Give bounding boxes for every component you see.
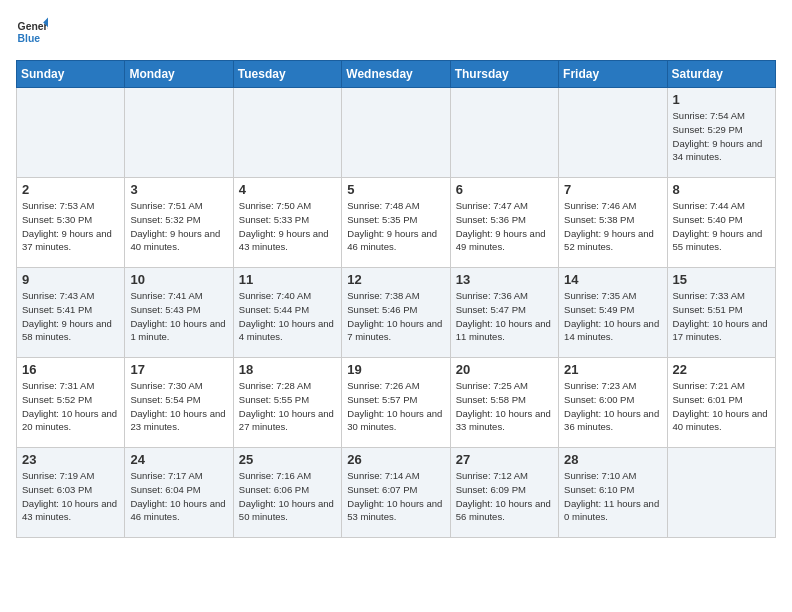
day-info: Sunrise: 7:26 AM Sunset: 5:57 PM Dayligh… xyxy=(347,379,444,434)
calendar-cell: 19Sunrise: 7:26 AM Sunset: 5:57 PM Dayli… xyxy=(342,358,450,448)
day-number: 16 xyxy=(22,362,119,377)
day-number: 18 xyxy=(239,362,336,377)
day-info: Sunrise: 7:46 AM Sunset: 5:38 PM Dayligh… xyxy=(564,199,661,254)
calendar-cell: 1Sunrise: 7:54 AM Sunset: 5:29 PM Daylig… xyxy=(667,88,775,178)
calendar-cell: 15Sunrise: 7:33 AM Sunset: 5:51 PM Dayli… xyxy=(667,268,775,358)
day-number: 25 xyxy=(239,452,336,467)
calendar-cell: 5Sunrise: 7:48 AM Sunset: 5:35 PM Daylig… xyxy=(342,178,450,268)
calendar-cell: 21Sunrise: 7:23 AM Sunset: 6:00 PM Dayli… xyxy=(559,358,667,448)
day-number: 24 xyxy=(130,452,227,467)
day-number: 4 xyxy=(239,182,336,197)
day-number: 28 xyxy=(564,452,661,467)
day-info: Sunrise: 7:41 AM Sunset: 5:43 PM Dayligh… xyxy=(130,289,227,344)
calendar-cell: 24Sunrise: 7:17 AM Sunset: 6:04 PM Dayli… xyxy=(125,448,233,538)
day-info: Sunrise: 7:43 AM Sunset: 5:41 PM Dayligh… xyxy=(22,289,119,344)
day-number: 27 xyxy=(456,452,553,467)
day-info: Sunrise: 7:25 AM Sunset: 5:58 PM Dayligh… xyxy=(456,379,553,434)
day-info: Sunrise: 7:35 AM Sunset: 5:49 PM Dayligh… xyxy=(564,289,661,344)
calendar-cell: 10Sunrise: 7:41 AM Sunset: 5:43 PM Dayli… xyxy=(125,268,233,358)
calendar-cell: 9Sunrise: 7:43 AM Sunset: 5:41 PM Daylig… xyxy=(17,268,125,358)
day-info: Sunrise: 7:53 AM Sunset: 5:30 PM Dayligh… xyxy=(22,199,119,254)
day-number: 6 xyxy=(456,182,553,197)
calendar-cell xyxy=(17,88,125,178)
day-info: Sunrise: 7:47 AM Sunset: 5:36 PM Dayligh… xyxy=(456,199,553,254)
day-info: Sunrise: 7:44 AM Sunset: 5:40 PM Dayligh… xyxy=(673,199,770,254)
day-number: 23 xyxy=(22,452,119,467)
day-info: Sunrise: 7:14 AM Sunset: 6:07 PM Dayligh… xyxy=(347,469,444,524)
day-number: 26 xyxy=(347,452,444,467)
day-number: 10 xyxy=(130,272,227,287)
calendar-cell xyxy=(559,88,667,178)
day-number: 20 xyxy=(456,362,553,377)
day-number: 3 xyxy=(130,182,227,197)
calendar-cell xyxy=(667,448,775,538)
day-number: 19 xyxy=(347,362,444,377)
day-number: 7 xyxy=(564,182,661,197)
calendar-cell: 26Sunrise: 7:14 AM Sunset: 6:07 PM Dayli… xyxy=(342,448,450,538)
weekday-header-monday: Monday xyxy=(125,61,233,88)
weekday-header-friday: Friday xyxy=(559,61,667,88)
day-info: Sunrise: 7:50 AM Sunset: 5:33 PM Dayligh… xyxy=(239,199,336,254)
day-info: Sunrise: 7:19 AM Sunset: 6:03 PM Dayligh… xyxy=(22,469,119,524)
weekday-header-wednesday: Wednesday xyxy=(342,61,450,88)
calendar-cell: 16Sunrise: 7:31 AM Sunset: 5:52 PM Dayli… xyxy=(17,358,125,448)
calendar-cell: 17Sunrise: 7:30 AM Sunset: 5:54 PM Dayli… xyxy=(125,358,233,448)
logo: General Blue xyxy=(16,16,52,48)
day-info: Sunrise: 7:17 AM Sunset: 6:04 PM Dayligh… xyxy=(130,469,227,524)
weekday-header-sunday: Sunday xyxy=(17,61,125,88)
calendar-cell xyxy=(450,88,558,178)
calendar-cell: 18Sunrise: 7:28 AM Sunset: 5:55 PM Dayli… xyxy=(233,358,341,448)
day-number: 9 xyxy=(22,272,119,287)
logo-icon: General Blue xyxy=(16,16,48,48)
day-info: Sunrise: 7:16 AM Sunset: 6:06 PM Dayligh… xyxy=(239,469,336,524)
day-number: 21 xyxy=(564,362,661,377)
weekday-header-thursday: Thursday xyxy=(450,61,558,88)
day-number: 14 xyxy=(564,272,661,287)
day-info: Sunrise: 7:12 AM Sunset: 6:09 PM Dayligh… xyxy=(456,469,553,524)
calendar-cell: 25Sunrise: 7:16 AM Sunset: 6:06 PM Dayli… xyxy=(233,448,341,538)
calendar-cell: 6Sunrise: 7:47 AM Sunset: 5:36 PM Daylig… xyxy=(450,178,558,268)
calendar-cell xyxy=(342,88,450,178)
calendar-cell: 7Sunrise: 7:46 AM Sunset: 5:38 PM Daylig… xyxy=(559,178,667,268)
day-number: 22 xyxy=(673,362,770,377)
calendar-cell: 22Sunrise: 7:21 AM Sunset: 6:01 PM Dayli… xyxy=(667,358,775,448)
day-number: 17 xyxy=(130,362,227,377)
day-number: 13 xyxy=(456,272,553,287)
day-info: Sunrise: 7:21 AM Sunset: 6:01 PM Dayligh… xyxy=(673,379,770,434)
day-info: Sunrise: 7:54 AM Sunset: 5:29 PM Dayligh… xyxy=(673,109,770,164)
calendar-table: SundayMondayTuesdayWednesdayThursdayFrid… xyxy=(16,60,776,538)
calendar-cell: 4Sunrise: 7:50 AM Sunset: 5:33 PM Daylig… xyxy=(233,178,341,268)
calendar-cell: 13Sunrise: 7:36 AM Sunset: 5:47 PM Dayli… xyxy=(450,268,558,358)
day-info: Sunrise: 7:51 AM Sunset: 5:32 PM Dayligh… xyxy=(130,199,227,254)
day-number: 11 xyxy=(239,272,336,287)
day-number: 8 xyxy=(673,182,770,197)
svg-text:General: General xyxy=(18,21,48,32)
day-info: Sunrise: 7:30 AM Sunset: 5:54 PM Dayligh… xyxy=(130,379,227,434)
day-info: Sunrise: 7:38 AM Sunset: 5:46 PM Dayligh… xyxy=(347,289,444,344)
calendar-cell: 14Sunrise: 7:35 AM Sunset: 5:49 PM Dayli… xyxy=(559,268,667,358)
day-number: 5 xyxy=(347,182,444,197)
calendar-cell: 11Sunrise: 7:40 AM Sunset: 5:44 PM Dayli… xyxy=(233,268,341,358)
weekday-header-saturday: Saturday xyxy=(667,61,775,88)
calendar-cell: 2Sunrise: 7:53 AM Sunset: 5:30 PM Daylig… xyxy=(17,178,125,268)
calendar-cell: 28Sunrise: 7:10 AM Sunset: 6:10 PM Dayli… xyxy=(559,448,667,538)
day-info: Sunrise: 7:31 AM Sunset: 5:52 PM Dayligh… xyxy=(22,379,119,434)
calendar-cell: 23Sunrise: 7:19 AM Sunset: 6:03 PM Dayli… xyxy=(17,448,125,538)
calendar-cell: 27Sunrise: 7:12 AM Sunset: 6:09 PM Dayli… xyxy=(450,448,558,538)
day-number: 1 xyxy=(673,92,770,107)
calendar-cell: 20Sunrise: 7:25 AM Sunset: 5:58 PM Dayli… xyxy=(450,358,558,448)
day-info: Sunrise: 7:33 AM Sunset: 5:51 PM Dayligh… xyxy=(673,289,770,344)
day-info: Sunrise: 7:28 AM Sunset: 5:55 PM Dayligh… xyxy=(239,379,336,434)
page-header: General Blue xyxy=(16,16,776,48)
day-info: Sunrise: 7:48 AM Sunset: 5:35 PM Dayligh… xyxy=(347,199,444,254)
calendar-cell xyxy=(233,88,341,178)
svg-text:Blue: Blue xyxy=(18,33,41,44)
day-number: 12 xyxy=(347,272,444,287)
day-number: 2 xyxy=(22,182,119,197)
calendar-cell xyxy=(125,88,233,178)
day-info: Sunrise: 7:10 AM Sunset: 6:10 PM Dayligh… xyxy=(564,469,661,524)
day-number: 15 xyxy=(673,272,770,287)
day-info: Sunrise: 7:23 AM Sunset: 6:00 PM Dayligh… xyxy=(564,379,661,434)
day-info: Sunrise: 7:40 AM Sunset: 5:44 PM Dayligh… xyxy=(239,289,336,344)
day-info: Sunrise: 7:36 AM Sunset: 5:47 PM Dayligh… xyxy=(456,289,553,344)
